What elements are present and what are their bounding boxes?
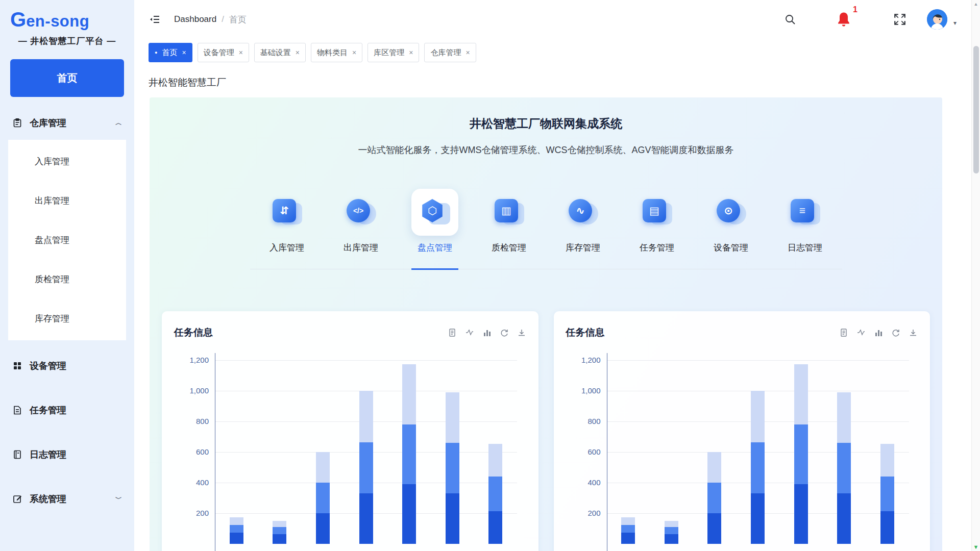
sidebar-item-task[interactable]: 任务管理 <box>0 388 134 432</box>
tab-material-category[interactable]: 物料类目 × <box>311 43 362 62</box>
tab-device[interactable]: 设备管理 × <box>198 43 249 62</box>
document-icon <box>12 405 22 415</box>
chevron-down-icon[interactable]: ﹀ <box>115 494 122 504</box>
tab-label: 库区管理 <box>374 48 404 58</box>
fullscreen-icon[interactable] <box>893 13 906 26</box>
bar-segment <box>402 424 416 484</box>
sidebar-item-qc[interactable]: 质检管理 <box>8 260 126 299</box>
feature-task[interactable]: ▤ 任务管理 <box>620 189 694 254</box>
close-icon[interactable]: × <box>296 48 300 57</box>
brand-logo-g: G <box>10 8 26 31</box>
feature-divider <box>250 269 842 269</box>
top-header: Dashboard / 首页 1 ▾ <box>134 0 980 39</box>
avatar[interactable] <box>927 9 947 30</box>
line-chart-icon[interactable] <box>856 328 866 337</box>
stacked-bar-chart: 2004006008001,0001,200 <box>174 344 526 551</box>
gridline <box>607 360 909 361</box>
bar-segment <box>316 452 330 483</box>
line-chart-icon[interactable] <box>465 328 474 337</box>
scroll-up-arrow-icon[interactable]: ▲ <box>974 0 978 8</box>
sidebar-item-warehouse[interactable]: 仓库管理 ︿ <box>0 107 134 139</box>
sidebar-item-outbound[interactable]: 出库管理 <box>8 181 126 220</box>
download-icon[interactable] <box>517 328 526 337</box>
stacked-bar-chart: 2004006008001,0001,200 <box>566 344 918 551</box>
bar-segment <box>488 511 502 544</box>
bar-segment <box>359 442 373 494</box>
tab-basic-settings[interactable]: 基础设置 × <box>254 43 306 62</box>
sidebar-item-label: 日志管理 <box>30 448 66 461</box>
card-toolbar <box>448 328 526 337</box>
refresh-icon[interactable] <box>500 328 509 337</box>
vertical-scrollbar[interactable]: ▲ ▼ <box>971 0 980 551</box>
notification-bell-icon[interactable]: 1 <box>836 11 851 28</box>
tab-storage-area[interactable]: 库区管理 × <box>368 43 419 62</box>
task-info-card-1: 任务信息 2004006008001,0001,200 <box>162 311 538 551</box>
y-axis-tick-label: 400 <box>566 478 601 487</box>
sidebar-item-system[interactable]: 系统管理 ﹀ <box>0 477 134 521</box>
feature-inventory[interactable]: ∿ 库存管理 <box>546 189 620 254</box>
avatar-caret-icon[interactable]: ▾ <box>953 19 957 27</box>
bar-segment <box>446 392 459 443</box>
close-icon[interactable]: × <box>465 48 470 57</box>
bar-segment <box>402 364 416 425</box>
tab-warehouse[interactable]: 仓库管理 × <box>424 43 476 62</box>
bar-segment <box>751 391 765 442</box>
close-icon[interactable]: × <box>352 48 356 57</box>
scroll-down-arrow-icon[interactable]: ▼ <box>973 543 979 551</box>
y-axis-tick-label: 600 <box>174 447 209 456</box>
sidebar-item-inventory[interactable]: 库存管理 <box>8 299 126 338</box>
header-actions: 1 ▾ <box>784 9 957 30</box>
feature-inbound[interactable]: ⇵ 入库管理 <box>250 189 324 254</box>
hero-panel: 井松智慧工厂物联网集成系统 一站式智能化服务，支持WMS仓储管理系统、WCS仓储… <box>150 97 942 551</box>
chart-cards: 任务信息 2004006008001,0001,200 <box>162 311 930 551</box>
bar-segment <box>446 493 459 544</box>
bar-segment <box>880 511 894 544</box>
tab-home[interactable]: ● 首页 × <box>149 43 192 62</box>
close-icon[interactable]: × <box>239 48 243 57</box>
feature-outbound[interactable]: </> 出库管理 <box>324 189 398 254</box>
download-icon[interactable] <box>909 328 918 337</box>
log-icon: ≡ <box>791 198 819 227</box>
y-axis-tick-label: 200 <box>174 509 209 517</box>
sidebar-item-home[interactable]: 首页 <box>10 59 124 97</box>
bar-segment <box>621 517 635 525</box>
close-icon[interactable]: × <box>182 48 186 57</box>
bar-chart-icon[interactable] <box>482 328 492 337</box>
sidebar: Gen-song — 井松智慧工厂平台 — 首页 仓库管理 ︿ 入库管理 出库管… <box>0 0 134 551</box>
menu-fold-icon[interactable] <box>149 13 161 26</box>
sidebar-item-inbound[interactable]: 入库管理 <box>8 142 126 181</box>
bar-segment <box>665 527 678 534</box>
bar-segment <box>273 521 286 527</box>
sidebar-item-stocktake[interactable]: 盘点管理 <box>8 220 126 260</box>
bar-segment <box>794 484 808 544</box>
feature-log[interactable]: ≡ 日志管理 <box>768 189 842 254</box>
device-icon: ⊙ <box>717 198 745 227</box>
feature-qc[interactable]: ▥ 质检管理 <box>472 189 546 254</box>
qc-icon: ▥ <box>495 198 523 227</box>
breadcrumb-dashboard[interactable]: Dashboard <box>174 14 216 24</box>
refresh-icon[interactable] <box>891 328 900 337</box>
bar-segment <box>794 364 808 425</box>
chevron-up-icon[interactable]: ︿ <box>115 118 122 128</box>
feature-device[interactable]: ⊙ 设备管理 <box>694 189 768 254</box>
tab-label: 设备管理 <box>204 48 234 58</box>
y-axis-tick-label: 1,000 <box>566 386 601 395</box>
bar-chart-icon[interactable] <box>874 328 883 337</box>
bar-segment <box>880 477 894 511</box>
bar-segment <box>230 533 243 544</box>
tab-label: 首页 <box>162 48 177 58</box>
brand-subtitle: — 井松智慧工厂平台 — <box>0 35 134 47</box>
scrollbar-thumb[interactable] <box>973 46 979 173</box>
active-feature-underline <box>411 268 458 270</box>
sidebar-item-log[interactable]: 日志管理 <box>0 432 134 477</box>
bar-segment <box>359 493 373 544</box>
search-icon[interactable] <box>784 13 796 26</box>
bar-segment <box>707 513 721 544</box>
feature-stocktake[interactable]: ⬡ 盘点管理 <box>398 189 472 254</box>
sidebar-item-device[interactable]: 设备管理 <box>0 343 134 388</box>
data-view-icon[interactable] <box>448 328 457 337</box>
page-subtitle: 一站式智能化服务，支持WMS仓储管理系统、WCS仓储控制系统、AGV智能调度和数… <box>150 144 942 156</box>
bar-segment <box>273 534 286 544</box>
close-icon[interactable]: × <box>409 48 413 57</box>
data-view-icon[interactable] <box>839 328 848 337</box>
